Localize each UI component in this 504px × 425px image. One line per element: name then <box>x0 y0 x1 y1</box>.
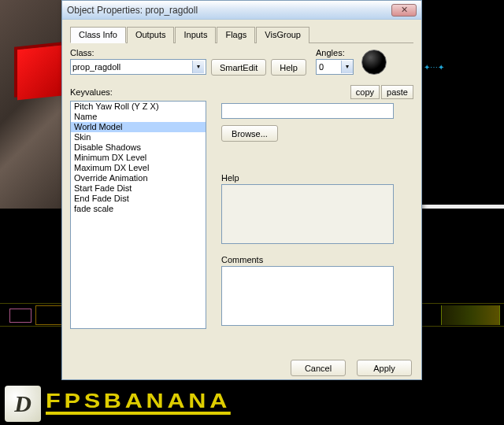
tab-inputs[interactable]: Inputs <box>175 27 216 43</box>
list-item[interactable]: Skin <box>71 132 206 142</box>
object-properties-dialog: Object Properties: prop_ragdoll ✕ Class … <box>61 0 422 380</box>
copy-button[interactable]: copy <box>350 85 380 99</box>
list-item[interactable]: fade scale <box>71 204 206 214</box>
chevron-down-icon: ▾ <box>341 61 353 73</box>
list-item[interactable]: World Model <box>71 122 206 132</box>
close-button[interactable]: ✕ <box>391 4 417 17</box>
cancel-button[interactable]: Cancel <box>291 360 346 376</box>
comments-section-label: Comments <box>221 255 399 264</box>
browse-button[interactable]: Browse... <box>221 125 278 142</box>
list-item[interactable]: Minimum DX Level <box>71 153 206 163</box>
list-item[interactable]: Start Fade Dist <box>71 183 206 194</box>
titlebar[interactable]: Object Properties: prop_ragdoll ✕ <box>62 1 421 20</box>
value-input[interactable] <box>221 103 394 119</box>
list-item[interactable]: Pitch Yaw Roll (Y Z X) <box>71 102 206 112</box>
class-dropdown[interactable]: prop_ragdoll ▾ <box>70 59 206 75</box>
tab-class-info[interactable]: Class Info <box>70 27 126 43</box>
apply-button[interactable]: Apply <box>357 360 412 376</box>
list-item[interactable]: Maximum DX Level <box>71 163 206 173</box>
smartedit-button[interactable]: SmartEdit <box>211 59 266 76</box>
tab-flags[interactable]: Flags <box>217 27 255 43</box>
list-item[interactable]: Disable Shadows <box>71 142 206 153</box>
angles-dropdown[interactable]: 0 ▾ <box>316 59 354 75</box>
chevron-down-icon: ▾ <box>192 61 204 73</box>
red-cube <box>17 45 68 101</box>
angle-ball-control[interactable] <box>361 50 387 75</box>
list-item[interactable]: Name <box>71 112 206 122</box>
help-textarea[interactable] <box>221 184 394 244</box>
tab-strip: Class Info Outputs Inputs Flags VisGroup <box>70 26 413 43</box>
watermark: D FPSBANANA <box>0 382 299 425</box>
class-value: prop_ragdoll <box>72 62 120 72</box>
dialog-title: Object Properties: prop_ragdoll <box>67 5 198 16</box>
help-button[interactable]: Help <box>271 59 306 76</box>
keyvalues-label: Keyvalues: <box>70 87 113 97</box>
paste-button[interactable]: paste <box>381 85 413 99</box>
tab-outputs[interactable]: Outputs <box>127 27 175 43</box>
keyvalues-list[interactable]: Pitch Yaw Roll (Y Z X) Name World Model … <box>70 101 206 329</box>
help-section-label: Help <box>221 173 399 183</box>
brand-name: FPSBANANA <box>46 392 231 415</box>
viewport-marker: ✦⋯✦ <box>424 63 444 72</box>
angles-group: Angles: 0 ▾ <box>316 48 410 75</box>
tab-visgroup[interactable]: VisGroup <box>256 27 309 43</box>
brand-logo-icon: D <box>5 386 41 422</box>
list-item[interactable]: End Fade Dist <box>71 194 206 204</box>
angles-value: 0 <box>319 62 324 72</box>
list-item[interactable]: Override Animation <box>71 173 206 183</box>
comments-textarea[interactable] <box>221 266 394 326</box>
